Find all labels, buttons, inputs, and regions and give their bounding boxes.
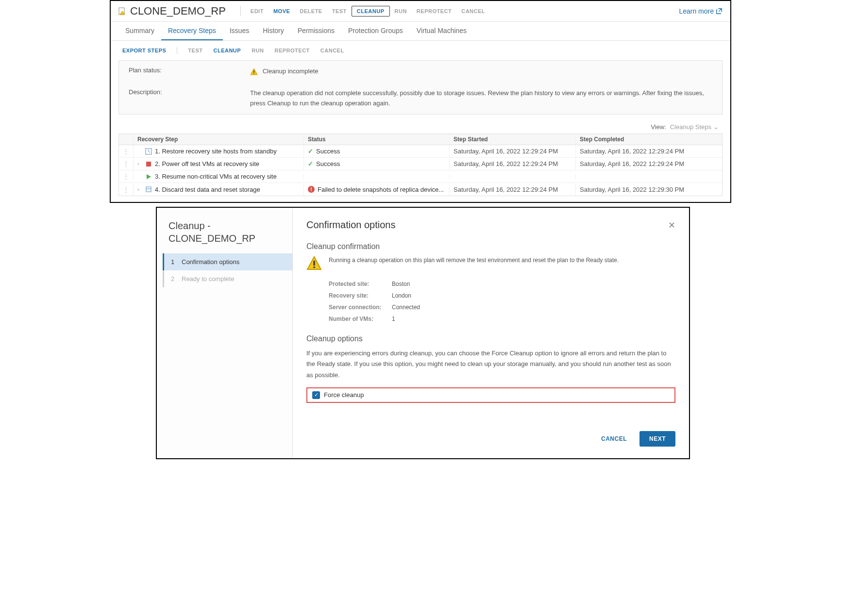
drag-handle-icon[interactable]: ⋮ <box>119 184 134 195</box>
cleanup-button[interactable]: CLEANUP <box>352 6 390 17</box>
expand-icon[interactable]: › <box>137 161 142 166</box>
cleanup-options-heading: Cleanup options <box>306 334 675 343</box>
status-text: Success <box>316 160 340 167</box>
chevron-down-icon: ⌄ <box>713 123 719 131</box>
drag-handle-icon[interactable]: ⋮ <box>119 171 134 182</box>
svg-rect-2 <box>253 73 254 74</box>
table-row[interactable]: ⋮ 1. Restore recovery site hosts from st… <box>119 145 722 158</box>
success-icon: ✓ <box>308 148 313 155</box>
wizard-sidebar: Cleanup - CLONE_DEMO_RP 1Confirmation op… <box>157 208 293 458</box>
warning-icon <box>250 68 258 76</box>
view-select[interactable]: Cleanup Steps⌄ <box>670 123 719 131</box>
table-row[interactable]: ⋮ ›4. Discard test data and reset storag… <box>119 183 722 196</box>
step-completed: Saturday, April 16, 2022 12:29:24 PM <box>575 158 722 169</box>
divider <box>240 6 241 16</box>
run-button: RUN <box>390 6 412 17</box>
col-header-started[interactable]: Step Started <box>449 134 575 145</box>
steps-toolbar: EXPORT STEPS TEST CLEANUP RUN REPROTECT … <box>111 41 730 60</box>
wizard-page-title: Confirmation options <box>306 219 395 231</box>
plan-warning-icon <box>118 7 126 15</box>
protected-site-value: Boston <box>392 281 410 287</box>
protected-site-label: Protected site: <box>329 281 392 287</box>
wizard-step-ready: 2Ready to complete <box>163 270 292 287</box>
table-row[interactable]: ⋮ 3. Resume non-critical VMs at recovery… <box>119 170 722 183</box>
restore-icon <box>145 148 152 155</box>
confirmation-text: Running a cleanup operation on this plan… <box>329 256 619 265</box>
status-text: Failed to delete snapshots of replica de… <box>318 186 444 193</box>
col-header-step[interactable]: Recovery Step <box>134 134 303 145</box>
plan-status-text: Cleanup incomplete <box>263 67 319 75</box>
disk-icon <box>145 186 152 193</box>
wizard-step-number: 2 <box>171 275 177 283</box>
tab-summary[interactable]: Summary <box>118 22 161 40</box>
external-link-icon <box>716 8 723 15</box>
step-label: 3. Resume non-critical VMs at recovery s… <box>155 173 277 180</box>
description-label: Description: <box>129 88 250 96</box>
wizard-title: Cleanup - CLONE_DEMO_RP <box>157 219 292 253</box>
plan-status-box: Plan status: Cleanup incomplete Descript… <box>118 60 723 115</box>
cleanup-options-text: If you are experiencing errors during cl… <box>306 348 675 380</box>
sub-test-button: TEST <box>184 46 206 55</box>
tab-virtual-machines[interactable]: Virtual Machines <box>410 22 473 40</box>
tab-recovery-steps[interactable]: Recovery Steps <box>161 22 223 40</box>
cancel-button: CANCEL <box>456 6 490 17</box>
col-header-completed[interactable]: Step Completed <box>575 134 722 145</box>
step-started: Saturday, April 16, 2022 12:29:24 PM <box>449 184 575 195</box>
svg-rect-1 <box>253 70 254 73</box>
wizard-step-confirmation[interactable]: 1Confirmation options <box>163 253 292 270</box>
number-of-vms-value: 1 <box>392 316 395 322</box>
cleanup-confirmation-heading: Cleanup confirmation <box>306 242 675 251</box>
export-steps-button[interactable]: EXPORT STEPS <box>118 46 170 55</box>
recovery-site-value: London <box>392 292 411 299</box>
move-button[interactable]: MOVE <box>269 6 295 17</box>
server-connection-value: Connected <box>392 304 420 311</box>
view-label: View: <box>651 123 666 131</box>
force-cleanup-label: Force cleanup <box>324 391 364 399</box>
svg-rect-6 <box>313 261 315 266</box>
success-icon: ✓ <box>308 160 313 167</box>
tab-protection-groups[interactable]: Protection Groups <box>341 22 410 40</box>
tab-issues[interactable]: Issues <box>223 22 256 40</box>
top-header: CLONE_DEMO_RP EDIT MOVE DELETE TEST CLEA… <box>111 1 730 22</box>
plan-status-value: Cleanup incomplete <box>250 67 712 77</box>
view-select-value: Cleanup Steps <box>670 123 711 131</box>
test-button: TEST <box>327 6 352 17</box>
step-completed: Saturday, April 16, 2022 12:29:30 PM <box>575 184 722 195</box>
play-icon <box>145 173 152 180</box>
force-cleanup-checkbox[interactable]: ✓ <box>312 391 320 399</box>
step-started: Saturday, April 16, 2022 12:29:24 PM <box>449 158 575 169</box>
svg-rect-4 <box>146 187 151 192</box>
description-value: The cleanup operation did not complete s… <box>250 88 712 109</box>
expand-icon[interactable]: › <box>137 187 142 192</box>
tab-history[interactable]: History <box>256 22 291 40</box>
drag-handle-icon[interactable]: ⋮ <box>119 146 134 157</box>
server-connection-label: Server connection: <box>329 304 392 311</box>
delete-button: DELETE <box>295 6 327 17</box>
col-header-status[interactable]: Status <box>303 134 449 145</box>
cleanup-wizard-modal: Cleanup - CLONE_DEMO_RP 1Confirmation op… <box>156 207 690 459</box>
error-icon: ! <box>308 186 315 193</box>
number-of-vms-label: Number of VMs: <box>329 316 392 322</box>
wizard-next-button[interactable]: NEXT <box>639 431 675 447</box>
svg-rect-7 <box>313 266 315 268</box>
sub-cleanup-button[interactable]: CLEANUP <box>209 46 245 55</box>
stop-icon <box>145 161 152 167</box>
plan-status-label: Plan status: <box>129 67 250 74</box>
table-row[interactable]: ⋮ ›2. Power off test VMs at recovery sit… <box>119 158 722 170</box>
step-completed: Saturday, April 16, 2022 12:29:24 PM <box>575 146 722 157</box>
view-selector-row: View: Cleanup Steps⌄ <box>111 120 730 133</box>
wizard-content: Confirmation options ✕ Cleanup confirmat… <box>293 208 689 458</box>
wizard-step-number: 1 <box>171 258 177 266</box>
drag-handle-icon[interactable]: ⋮ <box>119 158 134 169</box>
recovery-site-label: Recovery site: <box>329 292 392 299</box>
step-label: 1. Restore recovery site hosts from stan… <box>155 148 277 155</box>
close-button[interactable]: ✕ <box>668 220 675 231</box>
sub-cancel-button: CANCEL <box>317 46 348 55</box>
sub-reprotect-button: REPROTECT <box>271 46 314 55</box>
wizard-step-label: Confirmation options <box>182 258 239 266</box>
tab-permissions[interactable]: Permissions <box>291 22 341 40</box>
learn-more-link[interactable]: Learn more <box>679 7 723 15</box>
table-header: Recovery Step Status Step Started Step C… <box>119 134 722 145</box>
wizard-cancel-button[interactable]: CANCEL <box>594 431 634 447</box>
recovery-plan-window: CLONE_DEMO_RP EDIT MOVE DELETE TEST CLEA… <box>110 0 731 203</box>
